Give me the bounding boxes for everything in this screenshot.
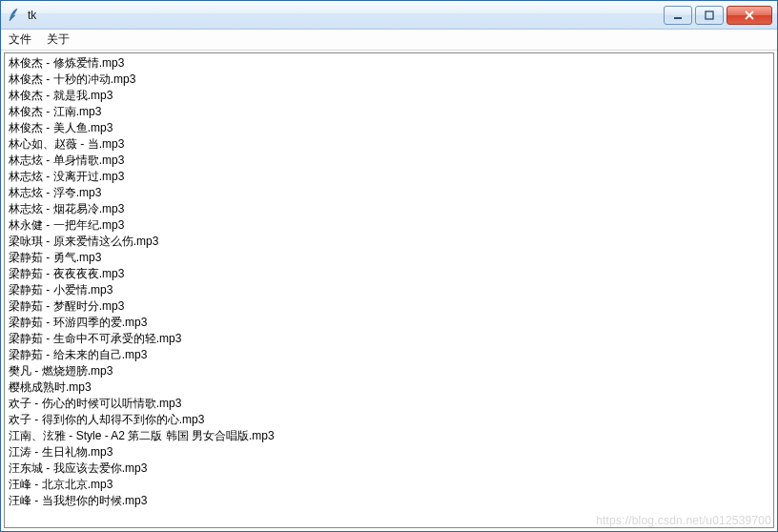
list-item[interactable]: 林志炫 - 烟花易冷.mp3 bbox=[9, 201, 773, 217]
list-item[interactable]: 林志炫 - 单身情歌.mp3 bbox=[9, 153, 773, 169]
list-item[interactable]: 林俊杰 - 就是我.mp3 bbox=[9, 88, 773, 104]
list-item[interactable]: 欢子 - 伤心的时候可以听情歌.mp3 bbox=[9, 396, 773, 412]
list-item[interactable]: 梁静茹 - 勇气.mp3 bbox=[9, 250, 773, 266]
list-item[interactable]: 汪东城 - 我应该去爱你.mp3 bbox=[9, 460, 773, 477]
list-item[interactable]: 梁咏琪 - 原来爱情这么伤.mp3 bbox=[9, 234, 773, 250]
list-item[interactable]: 樊凡 - 燃烧翅膀.mp3 bbox=[9, 363, 773, 379]
list-item[interactable]: 林志炫 - 没离开过.mp3 bbox=[9, 169, 773, 185]
tk-feather-icon bbox=[7, 8, 22, 23]
minimize-button[interactable] bbox=[664, 6, 692, 25]
list-item[interactable]: 汪峰 - 北京北京.mp3 bbox=[9, 477, 773, 493]
list-item[interactable]: 梁静茹 - 夜夜夜夜.mp3 bbox=[9, 266, 773, 282]
client-area: 林俊杰 - 修炼爱情.mp3林俊杰 - 十秒的冲动.mp3林俊杰 - 就是我.m… bbox=[4, 52, 774, 528]
list-item[interactable]: 江南、泫雅 - Style - A2 第二版 韩国 男女合唱版.mp3 bbox=[9, 428, 773, 444]
list-item[interactable]: 林俊杰 - 修炼爱情.mp3 bbox=[9, 55, 773, 72]
list-item[interactable]: 江涛 - 生日礼物.mp3 bbox=[9, 444, 773, 460]
list-item[interactable]: 林永健 - 一把年纪.mp3 bbox=[9, 217, 773, 234]
list-item[interactable]: 林俊杰 - 十秒的冲动.mp3 bbox=[9, 72, 773, 88]
list-item[interactable]: 林志炫 - 浮夸.mp3 bbox=[9, 185, 773, 201]
window-controls bbox=[664, 6, 773, 25]
list-item[interactable]: 梁静茹 - 小爱情.mp3 bbox=[9, 282, 773, 298]
window-title: tk bbox=[28, 8, 36, 22]
list-item[interactable]: 汪峰 - 当我想你的时候.mp3 bbox=[9, 493, 773, 509]
maximize-button[interactable] bbox=[695, 6, 724, 25]
titlebar: tk bbox=[1, 1, 777, 30]
list-item[interactable]: 梁静茹 - 梦醒时分.mp3 bbox=[9, 298, 773, 315]
menu-about[interactable]: 关于 bbox=[39, 30, 77, 50]
menubar: 文件 关于 bbox=[1, 30, 777, 51]
list-item[interactable]: 欢子 - 得到你的人却得不到你的心.mp3 bbox=[9, 412, 773, 428]
list-item[interactable]: 梁静茹 - 给未来的自己.mp3 bbox=[9, 347, 773, 363]
list-item[interactable]: 樱桃成熟时.mp3 bbox=[9, 379, 773, 396]
list-item[interactable]: 林俊杰 - 美人鱼.mp3 bbox=[9, 120, 773, 136]
svg-rect-1 bbox=[706, 11, 713, 19]
list-item[interactable]: 梁静茹 - 环游四季的爱.mp3 bbox=[9, 315, 773, 331]
list-item[interactable]: 林心如、赵薇 - 当.mp3 bbox=[9, 136, 773, 153]
svg-rect-0 bbox=[674, 17, 682, 19]
menu-file[interactable]: 文件 bbox=[1, 30, 39, 50]
close-button[interactable] bbox=[727, 6, 772, 25]
file-listbox[interactable]: 林俊杰 - 修炼爱情.mp3林俊杰 - 十秒的冲动.mp3林俊杰 - 就是我.m… bbox=[5, 53, 773, 509]
list-item[interactable]: 林俊杰 - 江南.mp3 bbox=[9, 104, 773, 120]
list-item[interactable]: 梁静茹 - 生命中不可承受的轻.mp3 bbox=[9, 331, 773, 347]
